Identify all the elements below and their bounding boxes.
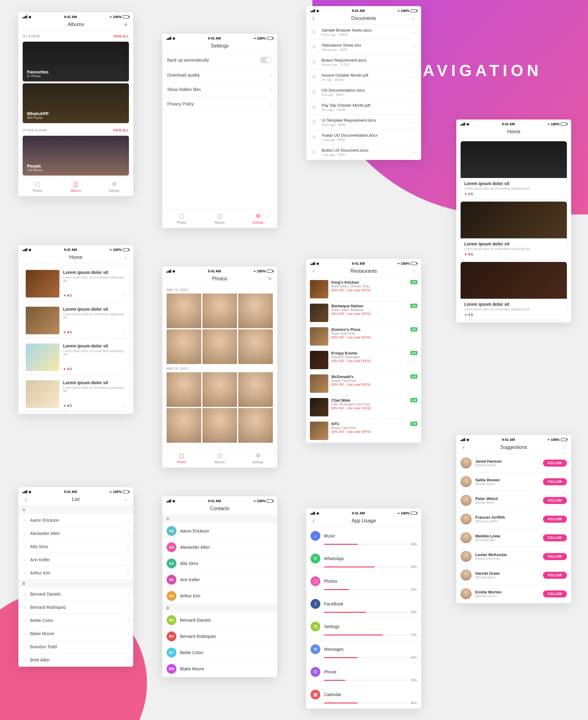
tab-albums[interactable]: ◫Albums	[201, 210, 239, 228]
usage-row[interactable]: fFaceBook 50%	[306, 595, 421, 618]
document-row[interactable]: ⎘ UI Template Requirement.docx 19hrs ago…	[306, 115, 421, 130]
setting-row[interactable]: Download quality›	[162, 68, 277, 82]
avatar[interactable]	[461, 532, 471, 543]
follow-button[interactable]: FOLLOW	[543, 534, 567, 541]
document-row[interactable]: ⎘ Pay Slip October Month.pdf 2hrs ago 74…	[306, 100, 421, 115]
restaurant-row[interactable]: Barbeque Nation Indian, Asian, Barbecue …	[306, 301, 421, 325]
contact-row[interactable]: ASAlta Sims	[162, 555, 277, 572]
restaurant-row[interactable]: McDonald's Burger, Fast Food 50% OFF - U…	[306, 372, 421, 395]
contact-row[interactable]: BMBlake Moore	[162, 661, 277, 677]
tab-photos[interactable]: ▢Photos	[18, 178, 57, 196]
avatar[interactable]	[461, 476, 471, 487]
contact-row[interactable]: BRBernard Rodriquez	[162, 629, 277, 645]
list-card[interactable]: Lorem ipsum dolor sit Lorem ipsum dolor …	[23, 341, 129, 374]
photo-thumb[interactable]	[203, 329, 237, 364]
contact-row[interactable]: BDBernard Daniels	[162, 612, 277, 629]
contact-row[interactable]: AKArthur Kim	[162, 588, 277, 604]
setting-row[interactable]: Show hidden files›	[162, 82, 277, 97]
more-icon[interactable]: ⋯	[411, 149, 417, 155]
more-icon[interactable]: ⋯	[411, 120, 417, 125]
edit-icon[interactable]: ✎	[267, 276, 273, 282]
contact-row[interactable]: AKAnn Keller	[162, 572, 277, 588]
document-row[interactable]: ⎘ Avatar UG Documentation.docx 1 day ago…	[306, 130, 421, 145]
tab-photos[interactable]: ▢Photos	[162, 210, 201, 228]
avatar[interactable]	[461, 551, 471, 562]
photo-thumb[interactable]	[238, 293, 273, 328]
avatar[interactable]	[461, 588, 471, 599]
avatar[interactable]	[461, 457, 471, 469]
follow-button[interactable]: FOLLOW	[543, 516, 567, 523]
photo-thumb[interactable]	[238, 408, 273, 443]
search-icon[interactable]: ⌕	[561, 444, 567, 450]
list-item[interactable]: ☺Bernard Rodriquez›	[18, 601, 133, 614]
search-icon[interactable]: ⌕	[411, 15, 417, 21]
setting-row[interactable]: Back up automatically	[162, 53, 277, 68]
list-item[interactable]: ☺Brandon Todd›	[18, 640, 133, 654]
document-row[interactable]: ⎘ Invoice October Month.pdf 1hr ago 600K…	[306, 70, 421, 85]
contact-row[interactable]: AEAaron Erickson	[162, 523, 277, 539]
photo-thumb[interactable]	[203, 293, 237, 328]
restaurant-row[interactable]: KFC Burger, Fast Food 50% OFF - Use code…	[306, 419, 421, 443]
follow-button[interactable]: FOLLOW	[543, 478, 567, 485]
avatar[interactable]	[461, 514, 471, 524]
list-item[interactable]: ☺Alexander Allen›	[18, 527, 133, 540]
setting-row[interactable]: Privacy Policy›	[162, 97, 277, 111]
list-card[interactable]: Lorem ipsum dolor sit Lorem ipsum dolor …	[23, 304, 129, 337]
home-card[interactable]: Lorem ipsum dolor sitLorem ipsum dolor s…	[461, 262, 567, 319]
restaurant-row[interactable]: Chai Wale Cafe, Beverages, Fast Food 50%…	[306, 395, 421, 419]
home-card[interactable]: Lorem ipsum dolor sitLorem ipsum dolor s…	[461, 141, 567, 199]
back-button[interactable]: ‹	[311, 268, 317, 274]
document-row[interactable]: ⎘ Sample Browser Notes.docx 8mins ago 10…	[306, 25, 421, 40]
back-button[interactable]: ‹	[23, 496, 29, 502]
restaurant-row[interactable]: Domino's Pizza Pizza, Fast Food 50% OFF …	[306, 325, 421, 348]
more-icon[interactable]: ⋯	[411, 104, 417, 110]
follow-button[interactable]: FOLLOW	[543, 459, 567, 467]
home-card[interactable]: Lorem ipsum dolor sitLorem ipsum dolor s…	[461, 202, 567, 259]
document-row[interactable]: ⎘ Attendance Sheet.xlsx 20mins ago 86KB …	[306, 40, 421, 55]
photo-thumb[interactable]	[238, 329, 273, 364]
list-item[interactable]: ☺Bettie Colon›	[18, 614, 133, 627]
album-card[interactable]: WhatsAPP450 Photos	[23, 83, 129, 123]
list-card[interactable]: Lorem ipsum dolor sit Lorem ipsum dolor …	[23, 267, 129, 301]
more-icon[interactable]: ⋯	[411, 135, 417, 140]
more-icon[interactable]: ⋯	[411, 75, 417, 80]
contact-row[interactable]: BCBettie Colon	[162, 645, 277, 661]
viewall-button[interactable]: VIEW ALL	[113, 35, 129, 38]
restaurant-row[interactable]: Krispy Kreme Desserts, Beverages 50% OFF…	[306, 348, 421, 372]
photo-thumb[interactable]	[167, 293, 201, 328]
more-icon[interactable]: ⋯	[411, 29, 417, 35]
list-item[interactable]: ☺Ann Keller›	[18, 553, 133, 567]
avatar[interactable]	[461, 570, 471, 581]
tab-settings[interactable]: ⚙Settings	[239, 449, 277, 468]
album-card[interactable]: People143 Photos	[23, 136, 129, 176]
toggle[interactable]	[260, 57, 272, 63]
photo-thumb[interactable]	[203, 372, 237, 407]
photo-thumb[interactable]	[203, 408, 237, 443]
follow-button[interactable]: FOLLOW	[543, 553, 567, 560]
follow-button[interactable]: FOLLOW	[543, 572, 567, 579]
search-icon[interactable]: ⌕	[123, 254, 129, 261]
follow-button[interactable]: FOLLOW	[543, 497, 567, 504]
usage-row[interactable]: ♪Music 40%	[306, 527, 421, 550]
document-row[interactable]: ⎘ Button UX Document.docx 1 day ago 38KB…	[306, 145, 421, 160]
tab-settings[interactable]: ⚙Settings	[239, 210, 277, 228]
tab-albums[interactable]: ◫Albums	[57, 178, 95, 196]
list-item[interactable]: ☺Bernard Daniels›	[18, 588, 133, 601]
contact-row[interactable]: AAAlexander Allen	[162, 539, 277, 555]
list-item[interactable]: ☺Aaron Erickson›	[18, 514, 133, 527]
photo-thumb[interactable]	[167, 372, 201, 407]
search-icon[interactable]: ⌕	[123, 496, 129, 502]
more-icon[interactable]: ⋯	[411, 44, 417, 50]
usage-row[interactable]: ▢Photos 30%	[306, 573, 421, 595]
restaurant-row[interactable]: King's Kitchen North Indian, Chinese, Ro…	[306, 277, 421, 301]
photo-thumb[interactable]	[167, 408, 201, 443]
list-item[interactable]: ☺Blake Moore›	[18, 627, 133, 640]
document-row[interactable]: ⎘ UG Documentation.docx 2hrs ago 98KB ⋯	[306, 85, 421, 100]
list-item[interactable]: ☺Alta Sims›	[18, 540, 133, 553]
search-icon[interactable]: ⌕	[411, 268, 417, 274]
usage-row[interactable]: ✉Messages 40%	[306, 641, 421, 663]
usage-row[interactable]: ⚙Settings 70%	[306, 618, 421, 641]
usage-row[interactable]: ▦Calendar 40%	[306, 686, 421, 709]
list-item[interactable]: ☺Arthur Kim›	[18, 567, 133, 580]
usage-row[interactable]: ✆WhatsApp 60%	[306, 550, 421, 573]
